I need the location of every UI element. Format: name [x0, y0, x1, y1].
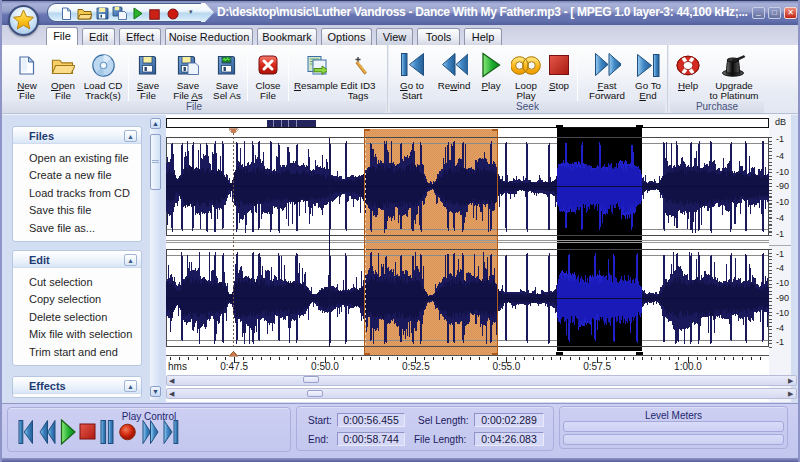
- svg-text:0:57.5: 0:57.5: [583, 361, 611, 372]
- svg-text:0:47.5: 0:47.5: [220, 361, 248, 372]
- svg-text:hms: hms: [168, 361, 187, 372]
- svg-text:0:55.0: 0:55.0: [493, 361, 521, 372]
- svg-text:1:00.0: 1:00.0: [674, 361, 702, 372]
- svg-text:0:50.0: 0:50.0: [311, 361, 339, 372]
- svg-text:0:52.5: 0:52.5: [402, 361, 430, 372]
